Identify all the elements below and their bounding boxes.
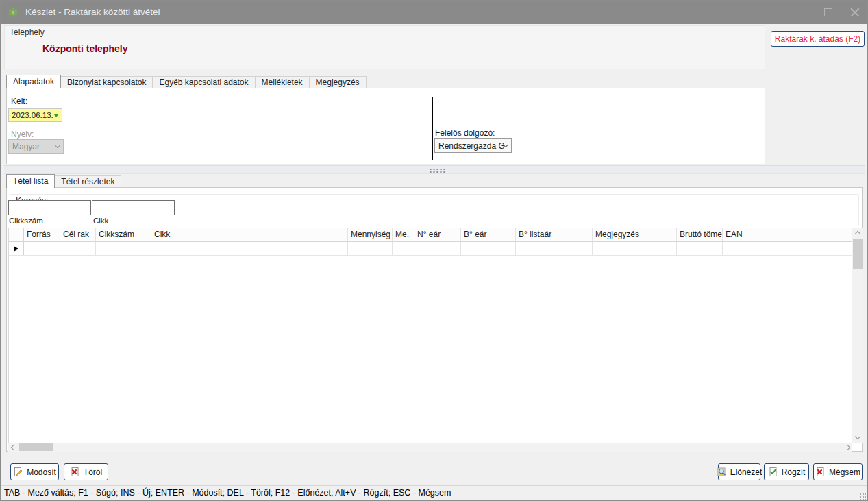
horizontal-scrollbar[interactable]	[8, 443, 852, 452]
item-name-search-input[interactable]	[92, 200, 175, 215]
detail-tabstrip: Tétel lista Tétel részletek	[6, 174, 121, 188]
app-icon	[8, 7, 18, 18]
col-header-n-ear[interactable]: N° eár	[414, 228, 461, 241]
print-preview-magnifier-icon	[717, 467, 727, 477]
scroll-left-button[interactable]	[8, 443, 18, 452]
maximize-button[interactable]	[821, 5, 836, 19]
site-group-label: Telephely	[10, 27, 45, 37]
delete-red-x-icon	[70, 467, 80, 477]
chevron-down-icon	[503, 142, 508, 147]
scroll-down-button[interactable]	[852, 432, 863, 443]
table-row[interactable]	[9, 242, 852, 256]
col-header-b-ear[interactable]: B° eár	[461, 228, 516, 241]
scroll-right-button[interactable]	[842, 443, 852, 452]
horizontal-scrollbar-thumb[interactable]	[19, 443, 53, 451]
chevron-left-icon	[10, 444, 16, 450]
col-header-forras[interactable]: Forrás	[24, 228, 60, 241]
row-arrow-icon	[14, 246, 18, 252]
responsible-value: Rendszergazda Gé	[438, 141, 504, 151]
cancel-button[interactable]: Mégsem	[813, 463, 863, 480]
save-button[interactable]: Rögzít	[764, 463, 809, 480]
cancel-red-x-icon	[815, 467, 826, 477]
window-title: Készlet - Raktárak közötti átvétel	[25, 1, 160, 24]
titlebar: Készlet - Raktárak közötti átvétel	[1, 1, 867, 24]
edit-pencil-icon	[13, 467, 23, 477]
delete-button[interactable]: Töröl	[64, 463, 108, 480]
warehouse-transfer-button[interactable]: Raktárak k. átadás (F2)	[771, 31, 865, 47]
item-number-search-input[interactable]	[8, 200, 91, 215]
col-header-mennyiseg[interactable]: Mennyiség	[348, 228, 393, 241]
tab-bizonylat-kapcsolatok[interactable]: Bizonylat kapcsolatok	[60, 76, 153, 88]
horizontal-splitter[interactable]	[4, 165, 865, 174]
responsible-label: Felelős dolgozó:	[435, 128, 495, 138]
resize-grip-icon[interactable]	[859, 493, 866, 500]
status-bar: TAB - Mező váltás; F1 - Súgó; INS - Új; …	[1, 485, 867, 501]
close-button[interactable]	[847, 5, 863, 19]
tab-tetel-reszletek[interactable]: Tétel részletek	[54, 175, 121, 188]
col-header-cel-raktar[interactable]: Cél rak	[60, 228, 96, 241]
col-header-b-listaar[interactable]: B° listaár	[516, 228, 593, 241]
splitter-grip-icon	[429, 168, 447, 173]
calendar-dropdown-icon	[53, 114, 59, 117]
site-groupbox: Telephely Központi telephely	[4, 25, 765, 69]
grid-header-row: Forrás Cél rak Cikkszám Cikk Mennyiség M…	[9, 228, 852, 242]
tab-alapadatok[interactable]: Alapadatok	[6, 75, 61, 88]
col-header-cikkszam[interactable]: Cikkszám	[96, 228, 151, 241]
preview-button-label: Előnézet	[730, 467, 762, 477]
responsible-combobox[interactable]: Rendszergazda Gé	[434, 138, 512, 153]
col-header-ean[interactable]: EAN	[723, 228, 852, 241]
current-row-marker	[9, 242, 24, 255]
scroll-up-button[interactable]	[852, 228, 863, 238]
preview-button[interactable]: Előnézet	[718, 463, 760, 480]
tab-mellekletek[interactable]: Mellékletek	[255, 76, 310, 88]
date-label: Kelt:	[11, 97, 27, 106]
tab-tetel-lista[interactable]: Tétel lista	[6, 174, 55, 188]
status-bar-text: TAB - Mező váltás; F1 - Súgó; INS - Új; …	[4, 488, 451, 498]
maximize-icon	[824, 8, 832, 16]
item-number-label: Cikkszám	[9, 217, 43, 225]
date-field[interactable]: 2023.06.13.	[8, 108, 62, 122]
app-window: Készlet - Raktárak közötti átvétel Telep…	[0, 0, 868, 501]
main-tabstrip: Alapadatok Bizonylat kapcsolatok Egyéb k…	[6, 75, 367, 88]
col-header-me[interactable]: Me.	[393, 228, 414, 241]
green-check-icon	[768, 467, 778, 477]
divider	[432, 97, 433, 160]
modify-button[interactable]: Módosít	[10, 463, 59, 480]
basic-data-panel: Kelt: 2023.06.13. Nyelv: Magyar Felelős …	[6, 88, 765, 164]
save-button-label: Rögzít	[782, 467, 806, 477]
modify-button-label: Módosít	[27, 467, 56, 477]
row-selector-header	[9, 228, 24, 241]
language-value: Magyar	[12, 142, 55, 151]
items-grid[interactable]: Forrás Cél rak Cikkszám Cikk Mennyiség M…	[8, 228, 852, 443]
item-label: Cikk	[93, 217, 108, 225]
chevron-right-icon	[844, 444, 850, 450]
cancel-button-label: Mégsem	[829, 467, 860, 477]
col-header-megjegyzes[interactable]: Megjegyzés	[593, 228, 677, 241]
language-label: Nyelv:	[11, 130, 34, 139]
col-header-brutto-tomeg[interactable]: Bruttó tömeg	[677, 228, 723, 241]
col-header-cikk[interactable]: Cikk	[151, 228, 348, 241]
delete-button-label: Töröl	[84, 467, 102, 477]
tab-egyeb-kapcsolati-adatok[interactable]: Egyéb kapcsolati adatok	[152, 76, 255, 88]
date-value: 2023.06.13.	[12, 111, 53, 119]
language-combobox: Magyar	[8, 139, 64, 154]
divider	[179, 97, 179, 160]
vertical-scrollbar[interactable]	[852, 228, 863, 443]
tab-megjegyzes[interactable]: Megjegyzés	[309, 76, 367, 88]
chevron-up-icon	[855, 231, 860, 236]
item-list-panel: Keresés: Cikkszám Cikk Forrás Cél rak Ci…	[6, 187, 863, 452]
chevron-down-icon	[55, 143, 60, 148]
site-name: Központi telephely	[42, 43, 127, 54]
vertical-scrollbar-thumb[interactable]	[853, 239, 863, 269]
chevron-down-icon	[855, 434, 860, 439]
